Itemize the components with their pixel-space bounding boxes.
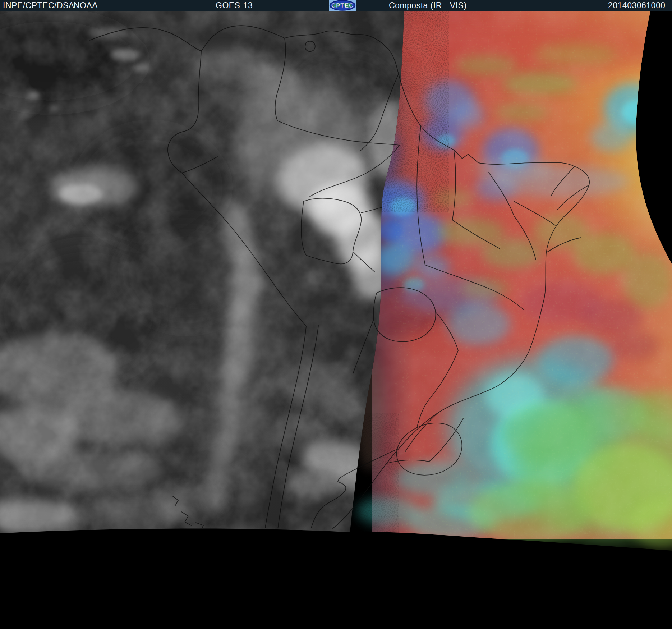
product-label: Composta (IR - VIS) [389, 0, 467, 11]
header-bar: INPE/CPTEC/DSA NOAA GOES-13 CPTEC Compos… [0, 0, 672, 11]
satellite-viewer: INPE/CPTEC/DSA NOAA GOES-13 CPTEC Compos… [0, 0, 672, 629]
cptec-logo-text: CPTEC [331, 2, 354, 9]
cptec-logo: CPTEC [329, 0, 356, 11]
noaa-label: NOAA [74, 0, 98, 11]
agency-label: INPE/CPTEC/DSA [3, 0, 74, 11]
vis-region [0, 11, 408, 536]
satellite-scene [0, 0, 672, 629]
satellite-image [0, 0, 672, 629]
cptec-logo-image: CPTEC [329, 0, 356, 11]
satellite-label: GOES-13 [216, 0, 253, 11]
timestamp-label: 201403061000 [608, 0, 666, 11]
